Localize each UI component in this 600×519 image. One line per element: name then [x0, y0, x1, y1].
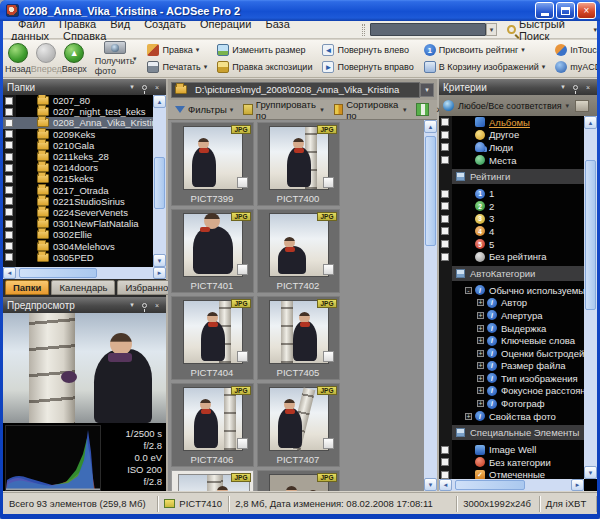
thumbnail[interactable]: JPG PICT7412 — [257, 470, 340, 492]
criteria-item[interactable]: Люди — [439, 141, 584, 154]
quick-search-label[interactable]: Быстрый Поиск — [519, 21, 591, 42]
match-mode-dropdown-icon[interactable]: ▾ — [566, 102, 570, 110]
criteria-item[interactable]: Другое — [439, 129, 584, 142]
criteria-item[interactable]: + Размер файла — [439, 360, 584, 373]
quick-search-dropdown-icon[interactable]: ▾ — [593, 26, 597, 34]
folder-select-checkbox[interactable] — [5, 186, 13, 194]
expander-icon[interactable]: + — [477, 362, 484, 369]
expander-icon[interactable]: - — [465, 287, 472, 294]
criteria-menu-icon[interactable]: ▾ — [558, 83, 568, 91]
scroll-up-icon[interactable]: ▲ — [584, 116, 597, 129]
thumbnail[interactable]: JPG PICT7407 — [257, 383, 340, 467]
preview-pin-icon[interactable] — [142, 303, 147, 308]
expander-icon[interactable]: + — [465, 413, 472, 420]
preview-menu-icon[interactable]: ▾ — [127, 301, 137, 309]
expander-icon[interactable]: + — [477, 337, 484, 344]
criteria-horizontal-scrollbar[interactable]: ◄ ► — [439, 479, 584, 491]
criteria-checkbox[interactable] — [441, 227, 449, 235]
thumbnail-image[interactable] — [184, 214, 242, 276]
scroll-thumb[interactable] — [585, 160, 596, 310]
myacd-button[interactable]: myACD — [553, 60, 597, 75]
menu-item[interactable]: Операции — [193, 21, 258, 32]
criteria-checkbox[interactable] — [441, 131, 449, 139]
criteria-checkbox[interactable] — [441, 143, 449, 151]
criteria-item[interactable]: + Фотограф — [439, 397, 584, 410]
edit-button[interactable]: Правка▾ — [145, 43, 209, 58]
thumbnail-checkbox[interactable] — [323, 438, 334, 449]
criteria-item[interactable]: 2 — [439, 200, 584, 213]
thumbnail-checkbox[interactable] — [237, 177, 248, 188]
folders-close-icon[interactable]: × — [152, 84, 162, 91]
preview-image[interactable] — [3, 313, 166, 423]
folder-select-checkbox[interactable] — [5, 175, 13, 183]
path-dropdown-button[interactable]: ▾ — [420, 83, 434, 97]
scroll-right-icon[interactable]: ► — [153, 267, 166, 279]
criteria-checkbox[interactable] — [441, 118, 449, 126]
thumbnail-checkbox[interactable] — [237, 438, 248, 449]
criteria-item[interactable]: + Свойства фото — [439, 410, 584, 423]
criteria-item[interactable]: Рейтинги — [452, 169, 584, 184]
scroll-left-icon[interactable]: ◄ — [3, 267, 16, 279]
acquire-dropdown-icon[interactable]: ▾ — [133, 55, 137, 63]
folder-select-checkbox[interactable] — [5, 97, 13, 105]
criteria-item[interactable]: + Автор — [439, 297, 584, 310]
criteria-close-icon[interactable]: × — [583, 84, 593, 91]
scroll-right-icon[interactable]: ► — [571, 479, 584, 491]
criteria-item[interactable]: Альбомы — [439, 116, 584, 129]
folder-item[interactable]: 0210Gala — [3, 140, 153, 151]
thumbnail-image[interactable] — [184, 127, 242, 189]
folder-item[interactable]: 0208_Anna_Vika_Kristina — [3, 117, 153, 128]
criteria-item[interactable]: - Обычно используемые — [439, 284, 584, 297]
criteria-checkbox[interactable] — [441, 471, 449, 479]
resize-button[interactable]: Изменить размер — [215, 43, 314, 58]
thumbnail[interactable]: JPG PICT7410 — [171, 470, 254, 492]
folder-select-checkbox[interactable] — [5, 197, 13, 205]
criteria-checkbox[interactable] — [441, 458, 449, 466]
thumbnail[interactable]: JPG PICT7404 — [171, 296, 254, 380]
criteria-item[interactable]: Без категории — [439, 456, 584, 469]
image-basket-button[interactable]: В Корзину изображений▾ — [422, 60, 548, 75]
scroll-down-icon[interactable]: ▼ — [424, 478, 437, 491]
criteria-pin-icon[interactable] — [573, 85, 578, 90]
criteria-item[interactable]: 1 — [439, 187, 584, 200]
acquire-photos-button[interactable]: Получить фото ▾ — [95, 41, 135, 76]
criteria-checkbox[interactable] — [441, 446, 449, 454]
folder-item[interactable]: 0224SeverVenets — [3, 207, 153, 218]
folder-select-checkbox[interactable] — [5, 208, 13, 216]
thumbnail-image[interactable] — [184, 388, 242, 450]
back-button[interactable]: Назад — [5, 41, 31, 76]
folder-item[interactable]: 0207_80 — [3, 95, 153, 106]
folder-item[interactable]: 0301NewFlatNatalia — [3, 218, 153, 229]
scroll-up-icon[interactable]: ▲ — [153, 95, 166, 108]
folder-select-checkbox[interactable] — [5, 119, 13, 127]
folder-item[interactable]: 0305PED — [3, 252, 153, 263]
thumbnail[interactable]: JPG PICT7406 — [171, 383, 254, 467]
exposure-button[interactable]: Правка экспозиции — [215, 60, 314, 75]
criteria-item[interactable]: Image Well — [439, 443, 584, 456]
menu-item[interactable]: Создать — [137, 21, 193, 32]
assign-rating-button[interactable]: 1Присвоить рейтинг▾ — [422, 43, 548, 58]
rotate-left-button[interactable]: ◄Повернуть влево — [320, 43, 415, 58]
thumbnail[interactable]: JPG PICT7405 — [257, 296, 340, 380]
panel-tab[interactable]: Календарь — [51, 280, 115, 295]
folder-select-checkbox[interactable] — [5, 253, 13, 261]
folder-item[interactable]: 0221StudioSirius — [3, 196, 153, 207]
folders-horizontal-scrollbar[interactable]: ◄ ► — [3, 267, 166, 279]
criteria-checkbox[interactable] — [441, 156, 449, 164]
thumbnail[interactable]: JPG PICT7399 — [171, 122, 254, 206]
thumbnail[interactable]: JPG PICT7402 — [257, 209, 340, 293]
scroll-thumb[interactable] — [19, 268, 97, 278]
expander-icon[interactable]: + — [477, 400, 484, 407]
folder-item[interactable]: 0214doors — [3, 162, 153, 173]
folder-item[interactable]: 0211keks_28 — [3, 151, 153, 162]
rotate-right-button[interactable]: ►Повернуть вправо — [320, 60, 415, 75]
expander-icon[interactable]: + — [477, 299, 484, 306]
scroll-down-icon[interactable]: ▼ — [584, 466, 597, 479]
folder-item[interactable]: 0304Melehovs — [3, 240, 153, 251]
scroll-thumb[interactable] — [425, 136, 436, 246]
criteria-item[interactable]: + Оценки быстродействия — [439, 347, 584, 360]
criteria-item[interactable]: + Ключевые слова — [439, 334, 584, 347]
thumbnail-image[interactable] — [270, 214, 328, 276]
criteria-checkbox[interactable] — [441, 253, 449, 261]
sort-by-button[interactable]: Сортировка по▾ — [331, 98, 410, 122]
